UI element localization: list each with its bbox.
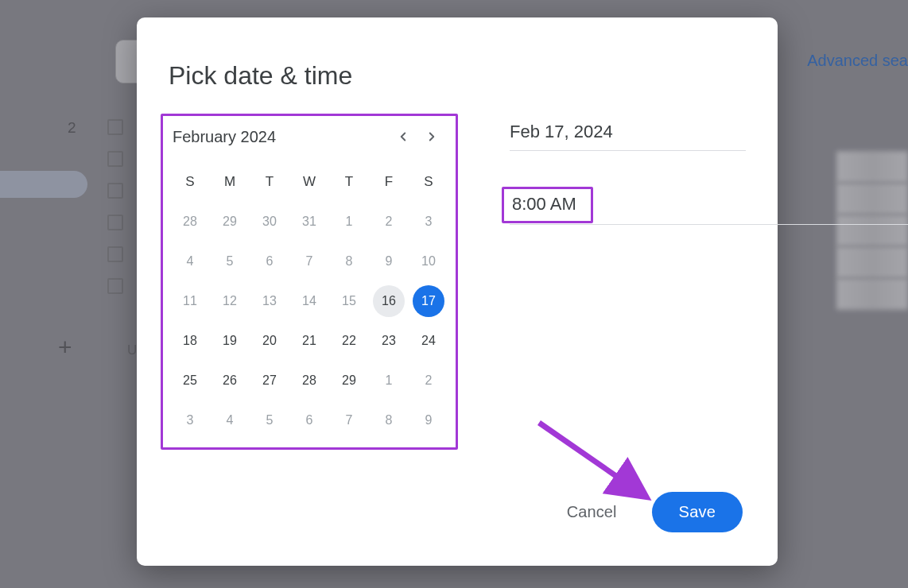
calendar-day[interactable]: 28	[174, 206, 206, 238]
calendar-day[interactable]: 10	[413, 246, 444, 277]
calendar-dow: S	[409, 163, 448, 201]
calendar-prev-button[interactable]	[389, 122, 417, 151]
calendar-day[interactable]: 26	[214, 365, 246, 397]
calendar-grid: SMTWTFS282930311234567891011121314151617…	[171, 163, 448, 439]
calendar-day[interactable]: 11	[174, 285, 206, 317]
calendar-day[interactable]: 5	[214, 246, 246, 277]
calendar-dow: M	[211, 163, 249, 201]
dialog-body: February 2024 SMTWTFS2829303112345678910…	[169, 118, 746, 455]
calendar-day[interactable]: 24	[413, 325, 444, 357]
calendar-day[interactable]: 6	[254, 246, 285, 277]
calendar-highlight: February 2024 SMTWTFS2829303112345678910…	[161, 114, 458, 450]
time-underline	[510, 224, 908, 225]
calendar-day[interactable]: 30	[254, 206, 285, 238]
calendar-day[interactable]: 3	[413, 206, 444, 238]
calendar-day[interactable]: 20	[254, 325, 285, 357]
calendar-day[interactable]: 19	[214, 325, 246, 357]
calendar-day[interactable]: 4	[214, 404, 246, 436]
calendar-day[interactable]: 27	[254, 365, 285, 397]
time-input[interactable]: 8:00 AM	[504, 189, 591, 221]
calendar-day[interactable]: 31	[293, 206, 325, 238]
calendar-day[interactable]: 17	[413, 285, 444, 317]
calendar-day[interactable]: 16	[373, 285, 405, 317]
calendar-day[interactable]: 15	[333, 285, 365, 317]
calendar-day[interactable]: 13	[254, 285, 285, 317]
time-highlight: 8:00 AM	[502, 187, 593, 223]
calendar-dow: T	[330, 163, 368, 201]
chevron-left-icon	[396, 130, 410, 144]
calendar-next-button[interactable]	[417, 122, 446, 151]
calendar-day[interactable]: 9	[373, 246, 405, 277]
date-input[interactable]: Feb 17, 2024	[510, 122, 746, 151]
cancel-button[interactable]: Cancel	[556, 495, 628, 529]
calendar-day[interactable]: 7	[293, 246, 325, 277]
calendar-dow: W	[290, 163, 328, 201]
calendar-dow: S	[171, 163, 209, 201]
calendar-day[interactable]: 1	[333, 206, 365, 238]
calendar-day[interactable]: 2	[413, 365, 444, 397]
calendar-day[interactable]: 2	[373, 206, 405, 238]
calendar-day[interactable]: 5	[254, 404, 285, 436]
calendar-dow: F	[370, 163, 408, 201]
calendar-day[interactable]: 29	[333, 365, 365, 397]
calendar-day[interactable]: 18	[174, 325, 206, 357]
calendar-day[interactable]: 8	[373, 404, 405, 436]
calendar-day[interactable]: 6	[293, 404, 325, 436]
calendar-day[interactable]: 22	[333, 325, 365, 357]
calendar-month-label: February 2024	[173, 128, 389, 146]
calendar-dow: T	[250, 163, 289, 201]
calendar-day[interactable]: 21	[293, 325, 325, 357]
calendar-day[interactable]: 23	[373, 325, 405, 357]
dialog-title: Pick date & time	[169, 61, 746, 91]
calendar-day[interactable]: 8	[333, 246, 365, 277]
calendar-day[interactable]: 7	[333, 404, 365, 436]
calendar-day[interactable]: 29	[214, 206, 246, 238]
calendar-header: February 2024	[171, 122, 448, 151]
calendar-day[interactable]: 1	[373, 365, 405, 397]
calendar-day[interactable]: 4	[174, 246, 206, 277]
calendar-day[interactable]: 28	[293, 365, 325, 397]
calendar-day[interactable]: 9	[413, 404, 444, 436]
chevron-right-icon	[425, 130, 439, 144]
dialog-actions: Cancel Save	[556, 492, 743, 532]
datetime-fields: Feb 17, 2024 8:00 AM	[510, 118, 746, 455]
calendar-day[interactable]: 3	[174, 404, 206, 436]
pick-date-time-dialog: Pick date & time February 2024 SMTWTFS28…	[137, 17, 778, 566]
calendar-day[interactable]: 12	[214, 285, 246, 317]
calendar-day[interactable]: 25	[174, 365, 206, 397]
save-button[interactable]: Save	[652, 492, 743, 532]
calendar-day[interactable]: 14	[293, 285, 325, 317]
